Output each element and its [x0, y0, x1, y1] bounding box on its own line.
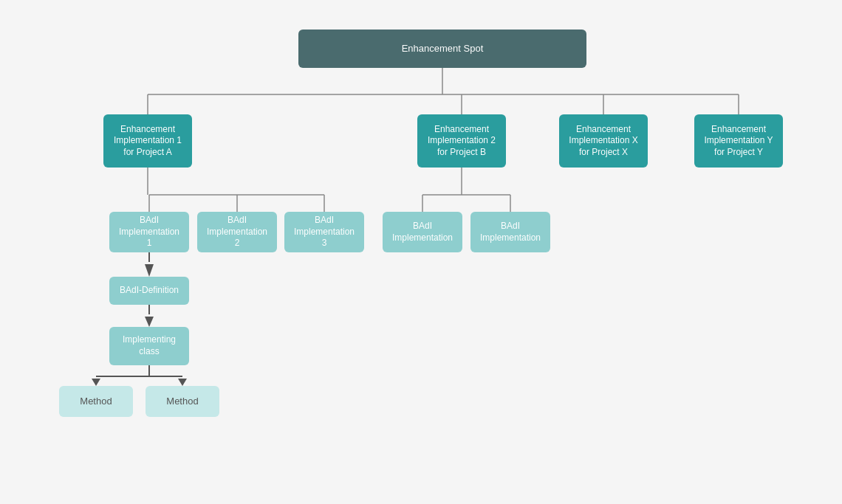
- badi2-node: BAdIImplementation 2: [197, 212, 277, 252]
- badi4-node: BAdIImplementation: [383, 212, 462, 252]
- svg-marker-21: [92, 379, 100, 386]
- svg-marker-16: [145, 264, 154, 277]
- impl1-node: EnhancementImplementation 1for Project A: [103, 114, 192, 168]
- badidef-node: BAdI-Definition: [109, 277, 189, 305]
- impl2-label: EnhancementImplementation 2for Project B: [428, 124, 496, 159]
- method1-node: Method: [59, 386, 133, 417]
- implX-node: EnhancementImplementation Xfor Project X: [559, 114, 648, 168]
- badidef-label: BAdI-Definition: [120, 285, 179, 297]
- root-node: Enhancement Spot: [298, 30, 586, 68]
- badi1-label: BAdIImplementation 1: [117, 215, 182, 249]
- badi1-node: BAdIImplementation 1: [109, 212, 189, 252]
- badi5-label: BAdIImplementation: [480, 221, 541, 244]
- svg-marker-22: [178, 379, 187, 386]
- method2-node: Method: [146, 386, 219, 417]
- root-label: Enhancement Spot: [402, 43, 484, 55]
- method1-label: Method: [80, 396, 112, 408]
- implclass-node: Implementingclass: [109, 327, 189, 365]
- impl2-node: EnhancementImplementation 2for Project B: [417, 114, 506, 168]
- implclass-label: Implementingclass: [123, 334, 176, 357]
- diagram-container: Enhancement Spot EnhancementImplementati…: [0, 0, 842, 504]
- implY-node: EnhancementImplementation Yfor Project Y: [694, 114, 783, 168]
- badi4-label: BAdIImplementation: [392, 221, 453, 244]
- method2-label: Method: [166, 396, 198, 408]
- badi3-node: BAdIImplementation 3: [284, 212, 364, 252]
- svg-marker-18: [145, 317, 154, 327]
- impl1-label: EnhancementImplementation 1for Project A: [114, 124, 182, 159]
- implX-label: EnhancementImplementation Xfor Project X: [569, 124, 637, 159]
- badi5-node: BAdIImplementation: [470, 212, 550, 252]
- implY-label: EnhancementImplementation Yfor Project Y: [704, 124, 773, 159]
- badi2-label: BAdIImplementation 2: [205, 215, 270, 249]
- badi3-label: BAdIImplementation 3: [292, 215, 357, 249]
